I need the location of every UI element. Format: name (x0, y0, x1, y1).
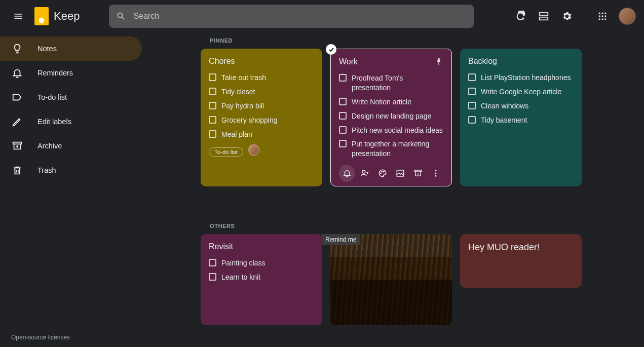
check-item[interactable]: Grocery shopping (209, 115, 314, 125)
checkbox-icon[interactable] (339, 140, 347, 147)
sidebar-item-todo[interactable]: To-do list (0, 85, 142, 109)
check-item[interactable]: Write Google Keep article (468, 87, 574, 97)
others-section-label: Others (210, 223, 644, 229)
check-item[interactable]: Put together a marketing presentation (339, 139, 443, 159)
note-card-work[interactable]: Work Proofread Tom's presentation Write … (330, 49, 452, 186)
checkbox-icon[interactable] (468, 102, 476, 109)
check-item[interactable]: Clean windows (468, 101, 574, 111)
checkbox-icon[interactable] (209, 273, 216, 281)
checkbox-icon[interactable] (209, 73, 216, 81)
check-item[interactable]: Write Notion article (339, 97, 443, 107)
google-apps-button[interactable] (592, 6, 613, 26)
note-title: Work (339, 57, 443, 66)
svg-point-20 (435, 175, 436, 177)
pinned-grid: Chores Take out trash Tidy closet Pay hy… (201, 49, 644, 186)
sidebar-item-label: Trash (37, 166, 56, 174)
sidebar-item-archive[interactable]: Archive (0, 134, 142, 158)
open-source-link[interactable]: Open-source licenses (11, 334, 70, 341)
collaborator-button[interactable] (357, 165, 372, 182)
archive-button[interactable] (410, 165, 426, 182)
svg-rect-1 (540, 17, 548, 20)
label-icon (11, 92, 23, 103)
sidebar-item-trash[interactable]: Trash (0, 158, 142, 182)
checkbox-icon[interactable] (209, 130, 216, 138)
check-item[interactable]: Pitch new social media ideas (339, 126, 443, 135)
note-card-hey-muo[interactable]: Hey MUO reader! (460, 234, 582, 288)
svg-point-14 (381, 171, 382, 172)
check-item[interactable]: Learn to knit (209, 273, 314, 282)
note-title: Chores (209, 57, 314, 66)
palette-icon (378, 169, 387, 178)
pencil-icon (11, 116, 23, 127)
svg-point-19 (435, 173, 436, 174)
svg-point-4 (604, 13, 606, 14)
sidebar-item-edit-labels[interactable]: Edit labels (0, 109, 142, 134)
sidebar-item-label: Archive (37, 142, 62, 150)
tooltip-remind-me: Remind me (321, 234, 360, 245)
checkbox-icon[interactable] (339, 126, 347, 134)
svg-point-18 (435, 170, 436, 171)
check-icon (328, 46, 335, 53)
gear-icon (561, 11, 573, 22)
logo[interactable]: Keep (34, 7, 80, 25)
sidebar-item-label: To-do list (37, 93, 67, 101)
check-item[interactable]: Pay hydro bill (209, 101, 314, 111)
pin-icon (434, 57, 443, 66)
svg-point-10 (604, 18, 606, 20)
sidebar: Notes Reminders To-do list Edit labels A… (0, 32, 142, 182)
note-card-chores[interactable]: Chores Take out trash Tidy closet Pay hy… (201, 49, 322, 186)
note-title: Hey MUO reader! (468, 242, 574, 253)
checkbox-icon[interactable] (209, 259, 216, 266)
sidebar-item-label: Edit labels (37, 118, 71, 126)
note-card-image[interactable] (330, 234, 452, 325)
more-button[interactable] (428, 165, 443, 182)
note-card-backlog[interactable]: Backlog List PlayStation headphones Writ… (460, 49, 582, 186)
image-icon (396, 169, 405, 178)
others-grid: Revisit Painting class Learn to knit Hey… (201, 234, 644, 325)
select-note-button[interactable] (326, 44, 336, 55)
check-item[interactable]: Tidy basement (468, 115, 574, 125)
color-button[interactable] (374, 165, 390, 182)
settings-button[interactable] (557, 6, 577, 26)
note-toolbar (339, 165, 443, 182)
trash-icon (11, 165, 23, 176)
pinned-section-label: Pinned (210, 37, 644, 44)
sidebar-item-label: Reminders (37, 69, 73, 77)
check-item[interactable]: List PlayStation headphones (468, 73, 574, 83)
check-item[interactable]: Tidy closet (209, 87, 314, 97)
image-button[interactable] (392, 165, 408, 182)
svg-point-5 (599, 15, 600, 17)
svg-rect-0 (540, 13, 548, 16)
check-item[interactable]: Design new landing page (339, 111, 443, 121)
check-item[interactable]: Take out trash (209, 73, 314, 83)
checkbox-icon[interactable] (209, 116, 216, 124)
note-card-revisit[interactable]: Revisit Painting class Learn to knit (201, 234, 322, 325)
checkbox-icon[interactable] (468, 88, 476, 95)
search-input[interactable] (133, 12, 467, 21)
sidebar-item-reminders[interactable]: Reminders (0, 61, 142, 85)
more-vert-icon (431, 169, 440, 178)
check-item[interactable]: Painting class (209, 258, 314, 268)
checkbox-icon[interactable] (339, 98, 347, 105)
checkbox-icon[interactable] (339, 74, 347, 82)
check-item[interactable]: Proofread Tom's presentation (339, 73, 443, 93)
list-view-button[interactable] (534, 6, 554, 26)
sidebar-item-notes[interactable]: Notes (0, 36, 142, 61)
collaborator-avatar[interactable] (248, 144, 259, 156)
checkbox-icon[interactable] (209, 88, 216, 95)
account-avatar[interactable] (619, 8, 636, 25)
archive-icon (413, 169, 423, 178)
search-bar[interactable] (109, 5, 474, 28)
checkbox-icon[interactable] (209, 102, 216, 109)
svg-point-12 (362, 170, 365, 173)
note-label-chip[interactable]: To-do list (209, 147, 243, 157)
refresh-button[interactable] (510, 6, 531, 26)
sidebar-item-label: Notes (37, 45, 57, 53)
pin-button[interactable] (431, 54, 446, 69)
main-menu-button[interactable] (8, 6, 28, 26)
checkbox-icon[interactable] (468, 116, 476, 124)
check-item[interactable]: Meal plan (209, 130, 314, 139)
checkbox-icon[interactable] (339, 112, 347, 120)
remind-me-button[interactable] (339, 165, 355, 182)
checkbox-icon[interactable] (468, 73, 476, 81)
